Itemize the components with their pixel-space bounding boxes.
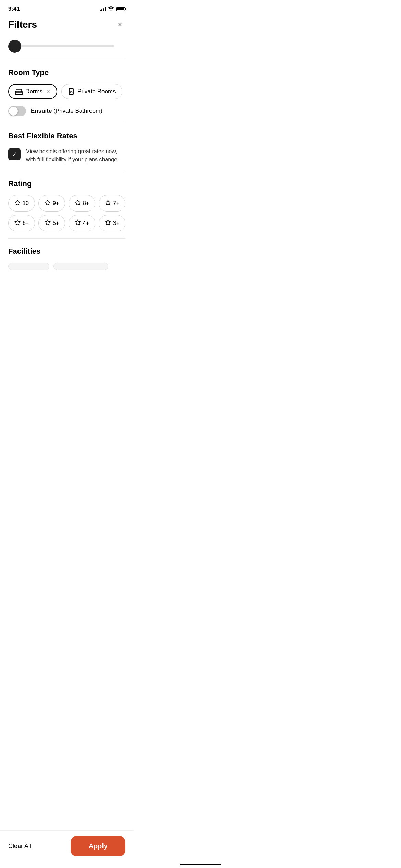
dorms-close-icon[interactable]: ✕ [46,88,50,95]
rating-pill-3[interactable]: 3+ [99,215,125,231]
close-button[interactable]: × [114,19,125,30]
star-icon-7 [105,200,111,207]
rating-6-label: 6+ [23,220,29,226]
facilities-title: Facilities [8,247,125,256]
star-icon-3 [105,219,111,227]
rating-pill-9[interactable]: 9+ [38,195,65,212]
dorms-label: Dorms [25,88,42,95]
flex-rates-description: View hostels offering great rates now, w… [26,147,125,164]
svg-marker-12 [105,200,110,205]
star-icon-4 [75,219,81,227]
rating-pill-6[interactable]: 6+ [8,215,35,231]
rating-grid: 10 9+ 8+ 7+ [8,195,125,231]
slider-track[interactable] [19,45,114,47]
best-flexible-rates-section: Best Flexible Rates ✓ View hostels offer… [0,123,134,171]
svg-marker-16 [105,220,110,225]
status-bar: 9:41 [0,0,134,16]
facilities-pills [8,263,125,270]
star-icon-6 [14,219,21,227]
star-icon [14,200,21,207]
ensuite-label: Ensuite (Private Bathroom) [31,108,102,114]
flex-rates-checkbox[interactable]: ✓ [8,148,21,160]
flex-rates-content: ✓ View hostels offering great rates now,… [8,147,125,164]
wifi-icon [108,6,114,12]
dorms-pill[interactable]: Dorms ✕ [8,84,57,99]
ensuite-toggle[interactable] [8,106,26,116]
svg-marker-11 [75,200,80,205]
room-type-title: Room Type [8,68,125,77]
svg-marker-14 [45,220,50,225]
price-slider[interactable] [8,40,125,53]
rating-pill-10[interactable]: 10 [8,195,35,212]
svg-marker-10 [45,200,50,205]
svg-point-8 [72,92,73,93]
svg-rect-7 [71,91,72,93]
ensuite-row: Ensuite (Private Bathroom) [8,106,125,116]
star-icon-9 [45,200,51,207]
rating-title: Rating [8,179,125,188]
header: Filters × [0,16,134,36]
facilities-pill-2[interactable] [53,263,108,270]
private-rooms-icon [68,88,75,95]
star-icon-8 [75,200,81,207]
svg-marker-15 [75,220,80,225]
flex-rates-title: Best Flexible Rates [8,132,125,141]
rating-section: Rating 10 9+ 8+ [0,171,134,238]
status-time: 9:41 [8,5,20,12]
dorms-icon [15,88,23,95]
rating-8-label: 8+ [83,200,89,206]
status-icons [100,6,125,12]
checkmark-icon: ✓ [12,150,17,158]
rating-3-label: 3+ [113,220,119,226]
star-icon-5 [45,219,51,227]
private-rooms-pill[interactable]: Private Rooms [61,84,122,99]
slider-thumb-left[interactable] [8,40,21,53]
rating-pill-4[interactable]: 4+ [69,215,95,231]
facilities-section: Facilities [0,239,134,270]
battery-icon [116,7,125,11]
room-type-pills: Dorms ✕ Private Rooms [8,84,125,99]
page-title: Filters [8,19,37,30]
rating-pill-8[interactable]: 8+ [69,195,95,212]
rating-7-label: 7+ [113,200,119,206]
rating-pill-7[interactable]: 7+ [99,195,125,212]
signal-bars-icon [100,7,106,11]
facilities-pill-1[interactable] [8,263,49,270]
toggle-knob [9,107,18,116]
svg-marker-13 [15,220,20,225]
rating-10-label: 10 [23,200,29,206]
private-rooms-label: Private Rooms [77,88,116,95]
svg-rect-6 [69,88,73,95]
room-type-section: Room Type Dorms ✕ [0,60,134,123]
rating-4-label: 4+ [83,220,89,226]
price-slider-section [0,36,134,60]
rating-pill-5[interactable]: 5+ [38,215,65,231]
svg-marker-9 [15,200,20,205]
rating-5-label: 5+ [53,220,59,226]
rating-9-label: 9+ [53,200,59,206]
